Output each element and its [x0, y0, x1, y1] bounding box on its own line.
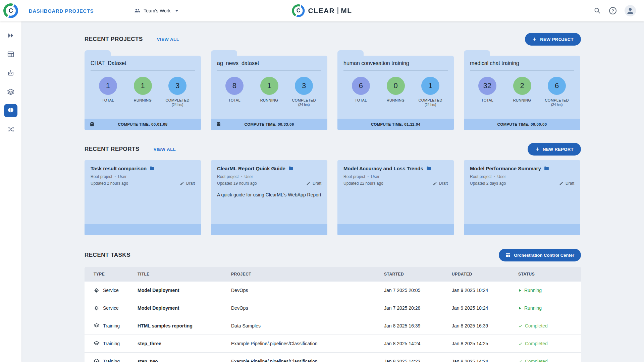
- draft-badge: Draft: [433, 181, 448, 186]
- report-card[interactable]: ClearML Report Quick Guide Root project …: [211, 160, 327, 235]
- main-content: RECENT PROJECTS VIEW ALL NEW PROJECT CHA…: [21, 21, 644, 362]
- table-row[interactable]: Training HTML samples reporting Data Sam…: [85, 317, 581, 335]
- project-card[interactable]: ag_news_dataset 8TOTAL 1RUNNING 3COMPLET…: [211, 50, 327, 130]
- orchestration-control-center-button[interactable]: Orchestration Control Center: [499, 249, 581, 261]
- play-icon: [518, 306, 522, 310]
- running-count: 1: [134, 77, 152, 95]
- report-title: Model Performance Summary: [470, 166, 541, 171]
- project-name: ag_news_dataset: [217, 60, 321, 71]
- pencil-icon: [433, 181, 437, 186]
- workspace-switcher[interactable]: Team's Work: [134, 7, 178, 14]
- plus-icon: [535, 147, 540, 152]
- project-cards-row: CHAT_Dataset 1TOTAL 1RUNNING 3COMPLETED(…: [85, 50, 581, 130]
- col-title: TITLE: [138, 267, 231, 282]
- task-type: Service: [103, 305, 119, 311]
- completed-count: 3: [168, 77, 186, 95]
- task-project: Example Pipeline/.pipelines/Classificati…: [231, 353, 384, 362]
- project-name: medical chat training: [470, 60, 574, 71]
- app-logo[interactable]: C: [0, 3, 21, 18]
- status-badge: Completed: [518, 317, 578, 335]
- task-started: Jan 8 2025 14:24: [384, 335, 452, 353]
- task-updated: Jan 8 2025 14:25: [452, 335, 518, 353]
- compute-time-bar: COMPUTE TIME: 00:01:08: [85, 119, 201, 130]
- task-started: Jan 7 2025 20:28: [384, 299, 452, 317]
- report-card[interactable]: Task result comparison Root project • Us…: [85, 160, 201, 235]
- service-icon: [94, 305, 100, 311]
- total-count: 6: [352, 77, 370, 95]
- new-project-button[interactable]: NEW PROJECT: [525, 33, 581, 46]
- compute-time-bar: COMPUTE TIME: 00:00:00: [464, 119, 580, 130]
- task-title: step_three: [138, 335, 231, 353]
- project-card[interactable]: medical chat training 32TOTAL 2RUNNING 6…: [464, 50, 580, 130]
- table-row[interactable]: Training step_two Example Pipeline/.pipe…: [85, 353, 581, 362]
- play-icon: [518, 289, 522, 292]
- report-title: ClearML Report Quick Guide: [217, 166, 285, 171]
- report-project: Root project: [217, 174, 239, 179]
- report-card[interactable]: Model Accuracy and Loss Trends Root proj…: [337, 160, 454, 235]
- report-author: User: [118, 174, 126, 179]
- table-row[interactable]: Training step_three Example Pipeline/.pi…: [85, 335, 581, 353]
- col-status: STATUS: [518, 267, 581, 282]
- report-project: Root project: [343, 174, 365, 179]
- robot-icon: [7, 69, 14, 77]
- running-count: 0: [387, 77, 405, 95]
- new-report-button[interactable]: NEW REPORT: [528, 143, 581, 156]
- folder-icon: [544, 166, 549, 171]
- completed-count: 6: [548, 77, 566, 95]
- compute-time: COMPUTE TIME: 00:33:06: [245, 122, 294, 126]
- report-updated: Updated 2 hours ago: [91, 181, 128, 186]
- running-count: 1: [260, 77, 278, 95]
- sidebar-item-models[interactable]: [4, 66, 17, 80]
- folder-icon: [426, 166, 432, 171]
- project-card[interactable]: human convesation training 6TOTAL 0RUNNI…: [337, 50, 454, 130]
- compute-time: COMPUTE TIME: 01:11:04: [371, 122, 420, 126]
- task-title: step_two: [138, 353, 231, 362]
- user-avatar[interactable]: [625, 5, 636, 16]
- task-title: Model Deployment: [138, 299, 231, 317]
- table-row[interactable]: Service Model Deployment DevOps Jan 7 20…: [85, 282, 581, 299]
- compute-time-bar: COMPUTE TIME: 01:11:04: [337, 119, 454, 130]
- sidebar-item-datasets[interactable]: [4, 48, 17, 61]
- brand-ml: ML: [341, 7, 352, 15]
- table-icon: [7, 51, 14, 58]
- col-type: TYPE: [85, 267, 138, 282]
- completed-count: 3: [295, 77, 313, 95]
- sidebar-item-pipelines[interactable]: [4, 85, 17, 99]
- task-project: Data Samples: [231, 317, 384, 335]
- report-description: A quick guide for using ClearML's WebApp…: [217, 192, 321, 198]
- report-card[interactable]: Model Performance Summary Root project •…: [464, 160, 580, 235]
- ghost-icon: [216, 121, 221, 127]
- report-title: Task result comparison: [91, 166, 147, 171]
- draft-badge: Draft: [559, 181, 574, 186]
- projects-view-all-link[interactable]: VIEW ALL: [157, 37, 179, 42]
- folder-tab: [211, 50, 237, 56]
- workspace-label: Team's Work: [144, 8, 170, 13]
- running-count: 2: [513, 77, 531, 95]
- page-title: DASHBOARD PROJECTS: [29, 8, 94, 14]
- status-badge: Running: [518, 282, 578, 299]
- total-count: 8: [225, 77, 244, 95]
- sidebar-item-workers-queues[interactable]: [4, 123, 17, 136]
- help-icon[interactable]: ?: [609, 7, 616, 14]
- search-icon[interactable]: [594, 7, 601, 14]
- report-updated: Updated 19 hours ago: [217, 181, 257, 186]
- col-updated: UPDATED: [452, 267, 518, 282]
- table-row[interactable]: Service Model Deployment DevOps Jan 7 20…: [85, 299, 581, 317]
- status-badge: Completed: [518, 353, 578, 362]
- draft-badge: Draft: [180, 181, 195, 186]
- report-footer-bar: [464, 224, 580, 235]
- task-started: Jan 7 2025 20:05: [384, 282, 452, 299]
- sidebar-item-projects[interactable]: [4, 29, 17, 42]
- pencil-icon: [306, 181, 311, 186]
- sidebar: [0, 21, 21, 362]
- task-type: Service: [103, 288, 119, 293]
- project-card[interactable]: CHAT_Dataset 1TOTAL 1RUNNING 3COMPLETED(…: [85, 50, 201, 130]
- task-type: Training: [103, 359, 120, 362]
- tasks-section-header: RECENT TASKS Orchestration Control Cente…: [85, 249, 581, 261]
- task-updated: Jan 8 2025 14:24: [452, 353, 518, 362]
- pencil-icon: [180, 181, 184, 186]
- col-project: PROJECT: [231, 267, 384, 282]
- reports-view-all-link[interactable]: VIEW ALL: [154, 147, 176, 152]
- sidebar-item-dashboard-active[interactable]: [4, 104, 17, 117]
- ghost-icon: [89, 121, 95, 127]
